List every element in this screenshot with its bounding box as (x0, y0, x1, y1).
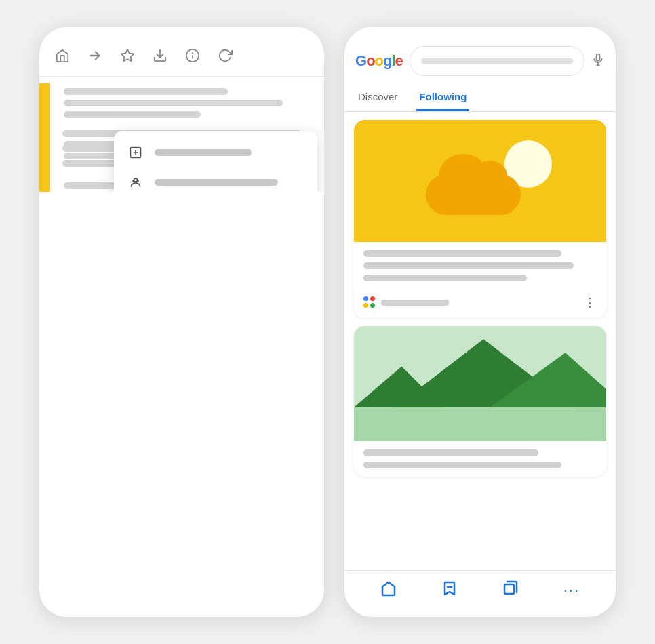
source-name (381, 300, 449, 306)
svg-marker-1 (121, 49, 134, 61)
card-source (363, 296, 449, 308)
content-line (64, 100, 283, 106)
right-phone-content: Google Discover Following (344, 27, 616, 617)
scene: + Follow Google (39, 27, 616, 617)
bottom-navigation: ··· (344, 570, 616, 617)
g-letter-b2: g (383, 52, 391, 69)
svg-rect-26 (354, 407, 606, 441)
source-dot-green (370, 303, 375, 308)
card-text-line (363, 275, 527, 281)
tab-discover[interactable]: Discover (355, 84, 400, 111)
weather-card-image (354, 120, 606, 242)
card-text-line (363, 250, 561, 257)
search-bar[interactable] (410, 46, 584, 76)
cloud-body (426, 174, 521, 215)
nav-tabs-icon[interactable] (502, 580, 519, 601)
svg-point-11 (138, 181, 139, 182)
refresh-icon[interactable] (216, 46, 235, 65)
forward-icon[interactable] (85, 46, 104, 65)
nav-more-icon[interactable]: ··· (563, 582, 580, 599)
nature-card (354, 326, 606, 477)
content-line (64, 111, 201, 118)
source-dot-yellow (363, 303, 368, 308)
menu-item-new-tab[interactable] (114, 138, 317, 167)
card-text-line (363, 449, 538, 456)
incognito-icon (127, 174, 144, 190)
left-phone: + Follow (39, 27, 324, 617)
card-text-line (363, 262, 574, 269)
browser-toolbar (39, 27, 324, 77)
microphone-icon[interactable] (591, 52, 605, 71)
menu-item-label (155, 179, 278, 186)
download-icon[interactable] (151, 46, 170, 65)
search-bar-row: Google (344, 27, 616, 84)
g-letter-b: G (355, 52, 366, 69)
feed: ⋮ (344, 112, 616, 570)
nature-card-image (354, 326, 606, 441)
nature-card-text (354, 441, 606, 477)
weather-card-text (354, 242, 606, 289)
context-menu: + Follow (114, 131, 317, 192)
menu-item-incognito[interactable] (114, 167, 317, 192)
star-icon[interactable] (118, 46, 137, 65)
search-bar-placeholder (421, 58, 573, 64)
source-dot-blue (363, 296, 368, 301)
browser-body: + Follow (39, 77, 324, 192)
g-letter-y: o (375, 52, 383, 69)
weather-card: ⋮ (354, 120, 606, 318)
nav-home-icon[interactable] (380, 580, 397, 601)
tabs-row: Discover Following (344, 84, 616, 112)
info-icon[interactable] (183, 46, 202, 65)
g-letter-r2: e (395, 52, 403, 69)
more-options-icon[interactable]: ⋮ (584, 295, 597, 310)
svg-point-10 (133, 181, 134, 182)
home-icon[interactable] (53, 46, 72, 65)
nav-bookmarks-icon[interactable] (441, 580, 458, 601)
cloud-shape (426, 174, 534, 228)
svg-rect-31 (504, 584, 514, 594)
google-logo: Google (355, 52, 403, 70)
weather-card-footer: ⋮ (354, 289, 606, 318)
add-tab-icon (127, 144, 144, 161)
right-phone: Google Discover Following (344, 27, 616, 617)
content-line (64, 88, 228, 95)
source-dot-red (370, 296, 375, 301)
tab-following[interactable]: Following (416, 84, 469, 111)
menu-item-label (155, 149, 252, 156)
source-logo (363, 296, 376, 308)
card-text-line (363, 462, 561, 468)
mountain-svg (354, 326, 606, 441)
g-letter-r: o (366, 52, 374, 69)
svg-rect-22 (597, 54, 600, 60)
